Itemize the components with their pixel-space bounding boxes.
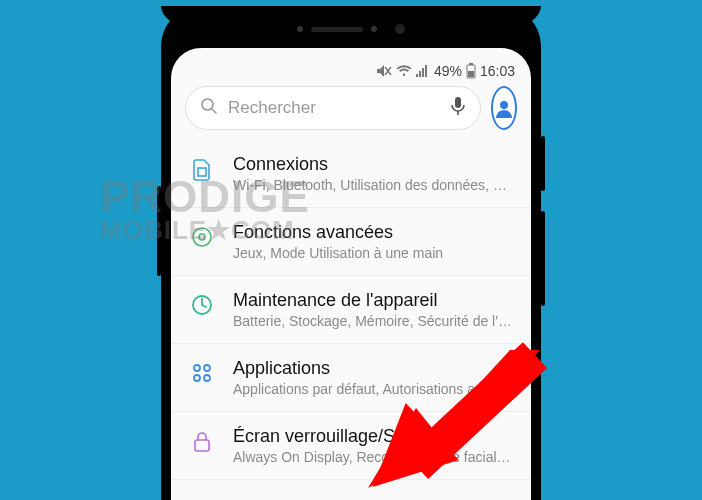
svg-line-10 bbox=[212, 109, 216, 113]
person-icon bbox=[493, 97, 515, 119]
microphone-icon[interactable] bbox=[450, 96, 466, 120]
volume-button bbox=[157, 186, 161, 276]
lock-icon bbox=[189, 426, 215, 454]
item-title: Maintenance de l'appareil bbox=[233, 290, 513, 311]
svg-rect-4 bbox=[422, 68, 424, 77]
power-button bbox=[541, 211, 545, 306]
svg-point-19 bbox=[204, 365, 210, 371]
search-field[interactable] bbox=[185, 86, 481, 130]
item-subtitle: Jeux, Mode Utilisation à une main bbox=[233, 245, 513, 261]
item-subtitle: Batterie, Stockage, Mémoire, Sécurité de… bbox=[233, 313, 513, 329]
clock: 16:03 bbox=[480, 63, 515, 79]
svg-rect-7 bbox=[469, 63, 473, 65]
svg-rect-2 bbox=[416, 74, 418, 77]
phone-notch bbox=[161, 6, 541, 48]
svg-rect-3 bbox=[419, 71, 421, 77]
item-title: Connexions bbox=[233, 154, 513, 175]
settings-item-fonctions[interactable]: Fonctions avancées Jeux, Mode Utilisatio… bbox=[171, 208, 531, 276]
item-title: Écran verrouillage/Sécurité bbox=[233, 426, 513, 447]
phone-screen: 49% 16:03 bbox=[171, 48, 531, 500]
wifi-icon bbox=[396, 64, 412, 78]
advanced-icon bbox=[189, 222, 215, 248]
apps-icon bbox=[189, 358, 215, 384]
svg-point-16 bbox=[199, 234, 205, 240]
profile-button[interactable] bbox=[491, 86, 517, 130]
settings-item-ecran-securite[interactable]: Écran verrouillage/Sécurité Always On Di… bbox=[171, 412, 531, 480]
settings-list: Connexions Wi-Fi, Bluetooth, Utilisation… bbox=[171, 140, 531, 480]
item-subtitle: Wi-Fi, Bluetooth, Utilisation des donnée… bbox=[233, 177, 513, 193]
svg-point-18 bbox=[194, 365, 200, 371]
svg-rect-5 bbox=[425, 65, 427, 77]
svg-rect-8 bbox=[468, 71, 474, 77]
settings-item-connexions[interactable]: Connexions Wi-Fi, Bluetooth, Utilisation… bbox=[171, 140, 531, 208]
svg-point-15 bbox=[193, 228, 211, 246]
status-bar: 49% 16:03 bbox=[171, 48, 531, 72]
item-title: Applications bbox=[233, 358, 513, 379]
signal-icon bbox=[416, 64, 430, 78]
svg-point-21 bbox=[204, 375, 210, 381]
svg-point-9 bbox=[202, 99, 213, 110]
battery-icon bbox=[466, 63, 476, 79]
settings-item-applications[interactable]: Applications Applications par défaut, Au… bbox=[171, 344, 531, 412]
item-subtitle: Always On Display, Reconnaissance facial… bbox=[233, 449, 513, 465]
search-icon bbox=[200, 97, 218, 119]
svg-point-13 bbox=[500, 101, 508, 109]
settings-item-maintenance[interactable]: Maintenance de l'appareil Batterie, Stoc… bbox=[171, 276, 531, 344]
mute-icon bbox=[376, 64, 392, 78]
item-subtitle: Applications par défaut, Autorisations a… bbox=[233, 381, 513, 397]
bixby-button bbox=[541, 136, 545, 191]
sim-icon bbox=[189, 154, 215, 182]
phone-frame: 49% 16:03 bbox=[161, 6, 541, 500]
svg-rect-11 bbox=[455, 97, 461, 108]
item-title: Fonctions avancées bbox=[233, 222, 513, 243]
battery-percent: 49% bbox=[434, 63, 462, 79]
search-row bbox=[171, 72, 531, 140]
search-input[interactable] bbox=[228, 98, 440, 118]
svg-point-20 bbox=[194, 375, 200, 381]
svg-rect-14 bbox=[198, 168, 206, 176]
svg-rect-22 bbox=[195, 440, 209, 451]
maintenance-icon bbox=[189, 290, 215, 316]
